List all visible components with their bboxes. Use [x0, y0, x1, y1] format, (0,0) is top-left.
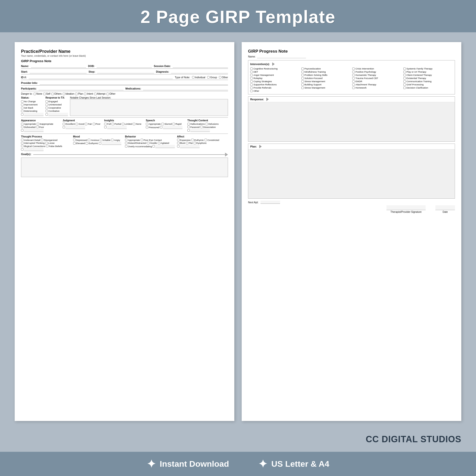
mood-anxious[interactable]: Anxious — [88, 139, 99, 141]
interv-referrals[interactable]: Provide Referrals — [250, 86, 300, 89]
mood-depressed[interactable]: Depressed — [73, 139, 87, 141]
tc-paranoid[interactable]: Paranoid — [187, 126, 200, 128]
interv-roleplay[interactable]: Roleplay — [250, 77, 300, 80]
app-poor[interactable]: Poor — [36, 126, 44, 128]
tp-interrupted[interactable]: Interrupted Thinking — [21, 142, 45, 144]
interv-cognitive[interactable]: Cognitive Restructuring — [250, 67, 300, 70]
status-improvement[interactable]: Improvement — [21, 103, 44, 106]
aff-euthymic[interactable]: Euthymic — [191, 139, 204, 141]
sp-pressured[interactable]: Pressured — [146, 126, 159, 129]
app-appropriate[interactable]: Appropriate — [21, 122, 36, 125]
danger-intent[interactable]: Intent — [84, 92, 93, 95]
tp-irrelevant[interactable]: Irrelevant Detail — [21, 139, 40, 141]
interv-building-support[interactable]: Building Support — [301, 83, 351, 86]
tc-dissociation[interactable]: Dissociation — [200, 126, 216, 128]
interv-humanistic[interactable]: Humanistic Therapy — [352, 74, 402, 76]
interv-stress2[interactable]: Stress Management — [301, 86, 351, 89]
interv-communication[interactable]: Communication Training — [403, 80, 453, 83]
danger-ideation[interactable]: Ideation — [63, 92, 74, 95]
interv-homework[interactable]: Homework — [352, 86, 402, 89]
interv-anger[interactable]: Anger Management — [250, 74, 300, 76]
individual-cb[interactable]: Individual — [192, 76, 205, 79]
danger-attempt[interactable]: Attempt — [94, 92, 105, 95]
sp-appropriate[interactable]: Appropriate — [146, 122, 161, 125]
mood-angry[interactable]: Angry — [111, 139, 120, 141]
sp-slurred[interactable]: Slurred — [161, 122, 172, 125]
mood-blank[interactable] — [99, 142, 121, 145]
app-disheveled[interactable]: Disheveled — [21, 126, 35, 128]
beh-poor-eye[interactable]: Poor Eye Contact — [141, 139, 162, 141]
sp-blank[interactable] — [160, 126, 183, 129]
app-inappropriate[interactable]: Inappropriate — [37, 122, 53, 125]
aff-flat[interactable]: Flat — [186, 142, 193, 144]
ins-limited[interactable]: Limited — [122, 122, 132, 125]
jud-fair[interactable]: Fair — [85, 122, 92, 125]
other-type-cb[interactable]: Other — [219, 76, 228, 79]
aff-blunt[interactable]: Blunt — [177, 142, 186, 144]
jud-blank[interactable] — [63, 126, 85, 129]
interv-coping[interactable]: Coping Strategies — [250, 80, 300, 83]
beh-agitated[interactable]: Agitated — [158, 142, 169, 144]
tp-disorganized[interactable]: Disorganized — [41, 139, 57, 141]
group-cb[interactable]: Group — [207, 76, 217, 79]
interv-grief[interactable]: Grief Processing — [403, 83, 453, 86]
danger-other[interactable]: Other — [106, 92, 116, 95]
status-blank[interactable] — [21, 113, 44, 116]
tp-blank[interactable] — [21, 148, 44, 151]
interv-mindfulness[interactable]: Mindfulness Training — [301, 70, 351, 73]
interv-trauma[interactable]: Trauma Focused CBT — [352, 77, 402, 80]
jud-poor[interactable]: Poor — [93, 122, 101, 125]
aff-dysphoric[interactable]: Dysphoric — [193, 142, 207, 144]
resp-cooperative[interactable]: Cooperative — [46, 106, 68, 109]
danger-others[interactable]: Others — [51, 92, 62, 95]
mood-elevated[interactable]: Elevated — [73, 142, 85, 145]
interv-other[interactable]: Other — [250, 89, 300, 92]
ins-none[interactable]: None — [133, 122, 141, 125]
interv-emdr[interactable]: EMDR — [352, 80, 402, 83]
beh-distant[interactable]: Distant/Distracted — [125, 142, 146, 144]
beh-hostile[interactable]: Hostile — [147, 142, 157, 144]
mood-euthymic[interactable]: Euthymic — [85, 142, 98, 145]
interv-positive[interactable]: Positive Psychology — [352, 70, 402, 73]
tc-delusions[interactable]: Delusions — [205, 122, 219, 125]
danger-plan[interactable]: Plan — [75, 92, 83, 95]
beh-overly-accommodating[interactable]: Overly Accommodating — [125, 145, 152, 148]
interv-attachment[interactable]: Attachment Therapy — [352, 83, 402, 86]
interv-decision[interactable]: Decision Clarification — [403, 86, 453, 89]
ins-full[interactable]: Full — [104, 122, 111, 125]
interv-dbt[interactable]: DBT — [250, 70, 300, 73]
status-deteriorating[interactable]: Deteriorating — [21, 110, 44, 112]
interv-solution[interactable]: Solution-Focused — [301, 77, 351, 80]
status-setback[interactable]: Set Back — [21, 106, 44, 109]
sp-rapid[interactable]: Rapid — [172, 122, 182, 125]
interv-systemic[interactable]: Systemic Family Therapy — [403, 67, 453, 70]
tc-blank[interactable] — [187, 129, 210, 132]
interv-psyco[interactable]: Psycoeducation — [301, 67, 351, 70]
aff-constricted[interactable]: Constricted — [204, 139, 219, 141]
danger-none[interactable]: None — [34, 92, 42, 95]
app-blank[interactable] — [21, 129, 44, 132]
status-no-change[interactable]: No Change — [21, 100, 44, 103]
jud-good[interactable]: Good — [76, 122, 84, 125]
resp-blank[interactable] — [46, 113, 68, 116]
aff-expansive[interactable]: Expansive — [177, 139, 191, 141]
resp-combative[interactable]: Combative — [46, 110, 68, 112]
ins-blank[interactable] — [104, 126, 127, 129]
interv-problem[interactable]: Problem Solving Skills — [301, 74, 351, 76]
interv-play-art[interactable]: Play or Art Therapy — [403, 70, 453, 73]
beh-blank[interactable] — [153, 145, 175, 148]
mood-irritable[interactable]: Irritable — [100, 139, 111, 141]
resp-uninterested[interactable]: Uninterested — [46, 103, 68, 106]
interv-crisis[interactable]: Crisis Intervention — [352, 67, 402, 70]
beh-appropriate[interactable]: Appropriate — [125, 139, 140, 141]
aff-blank[interactable] — [177, 145, 200, 148]
resp-engaged[interactable]: Engaged — [46, 100, 68, 103]
interv-existential[interactable]: Existential Therapy — [403, 77, 453, 80]
interv-stress-mgmt[interactable]: Stress Management — [301, 80, 351, 83]
danger-self[interactable]: Self — [43, 92, 51, 95]
tc-hallucinations[interactable]: Hallucinations — [187, 122, 205, 125]
jud-excellent[interactable]: Excellent — [63, 122, 75, 125]
interv-supportive[interactable]: Supportive Reflections — [250, 83, 300, 86]
tp-false-beliefs[interactable]: False Beliefs — [46, 145, 62, 148]
ins-partial[interactable]: Partial — [112, 122, 121, 125]
